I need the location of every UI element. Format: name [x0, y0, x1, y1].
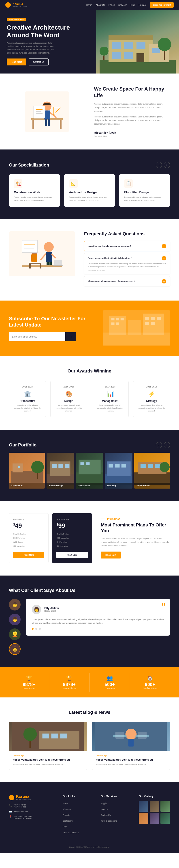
svg-rect-83: [148, 464, 153, 468]
newsletter-section: Subscribe To Our Newsletter For Latest U…: [0, 301, 179, 356]
portfolio-item-1[interactable]: Architecture: [9, 453, 45, 489]
spec-header: Our Speciallization ‹ ›: [9, 162, 170, 168]
spec-prev-button[interactable]: ‹: [156, 162, 162, 168]
portfolio-grid: Architecture Interior Design Constructio…: [9, 453, 170, 489]
portfolio-item-3[interactable]: Construction: [76, 453, 103, 489]
nav-contact[interactable]: Contact: [139, 4, 146, 6]
spec-cards: 🏗️ Construction Work Posuere cubilia cur…: [9, 174, 170, 207]
footer-service-terms[interactable]: Term & Conditions: [101, 820, 117, 822]
nav-cta-button[interactable]: Order Appointment: [150, 2, 174, 8]
footer-phone: 📞 (855) 547-2417(012) 562 - 789: [9, 804, 56, 808]
svg-rect-56: [145, 317, 149, 320]
blog-card-1[interactable]: • 1 month ago Fusce volutpat arcu velit …: [9, 722, 87, 770]
award-desc-3: Lorem ipsum dolor sit amet consectetur a…: [95, 404, 126, 412]
pricing-card-standard: Standart Plan $99 Graphic Design SEO Mar…: [52, 513, 92, 563]
svg-rect-90: [42, 734, 49, 739]
blog-card-desc-2: Fusce volutpat arcu velit id ultrices tu…: [96, 763, 166, 766]
awards-title: Our Awards Winning: [9, 368, 170, 374]
newsletter-form: →: [9, 332, 76, 341]
nav-pages[interactable]: Pages: [109, 4, 115, 6]
footer-link-projects[interactable]: Projects: [63, 814, 70, 816]
portfolio-nav-arrows: ‹ ›: [156, 442, 170, 448]
pricing-more-button[interactable]: Book Now: [101, 552, 121, 558]
gallery-item-3[interactable]: [160, 801, 170, 812]
svg-rect-6: [112, 52, 121, 59]
newsletter-building-illustration: [103, 310, 170, 346]
gallery-item-1[interactable]: [139, 801, 148, 812]
footer-link-contact[interactable]: Contact Us: [63, 820, 73, 822]
footer-service-contact[interactable]: Contact Us: [101, 814, 111, 816]
nav-home[interactable]: Home: [86, 4, 92, 6]
svg-line-32: [41, 254, 46, 259]
gallery-item-2[interactable]: [150, 801, 159, 812]
stat-icon-3: 👥: [92, 675, 128, 681]
footer-service-supply[interactable]: Supply: [101, 802, 107, 805]
portfolio-item-4[interactable]: Planning: [105, 453, 133, 489]
award-icon-1: 🏛️: [12, 391, 43, 398]
faq-item-3[interactable]: Aliquam erat mi, egestas duis pharetra n…: [84, 276, 170, 286]
gallery-item-4[interactable]: [139, 813, 148, 824]
logo-icon: [5, 2, 11, 8]
footer-gallery-title: Our Gallery: [139, 795, 170, 798]
avatar-1[interactable]: 👨: [9, 599, 21, 611]
award-year-3: 2017-2018: [95, 385, 126, 388]
dot-2[interactable]: [35, 628, 37, 630]
avatar-2[interactable]: 👧: [9, 614, 21, 625]
footer-service-repairs[interactable]: Repairs: [101, 808, 108, 810]
svg-rect-55: [116, 322, 119, 325]
svg-rect-5: [137, 42, 145, 49]
footer-link-home[interactable]: Home: [63, 802, 68, 805]
footer-links-title: Our Links: [63, 795, 94, 798]
newsletter-title: Subscribe To Our Newsletter For Latest U…: [9, 315, 96, 328]
spec-card-title-2: Architecture Design: [69, 190, 110, 194]
blog-card-body-1: • 1 month ago Fusce volutpat arcu velit …: [9, 751, 87, 770]
portfolio-prev-button[interactable]: ‹: [156, 442, 162, 448]
dot-3[interactable]: [39, 628, 41, 630]
footer-link-faq[interactable]: FAQ: [63, 826, 67, 828]
portfolio-item-5[interactable]: Modern Home: [134, 453, 170, 489]
award-card-1: 2015-2016 🏛️ Architecture Lorem ipsum do…: [9, 381, 46, 417]
spec-icon-2: 📐: [69, 179, 78, 188]
logo: Kasuua Architect & Design: [5, 2, 27, 8]
dot-1[interactable]: [32, 628, 34, 630]
svg-rect-98: [115, 732, 124, 739]
spec-nav-arrows: ‹ ›: [156, 162, 170, 168]
footer-bottom: Copyright © 2023 Kasuua. All rights rese…: [9, 841, 170, 849]
newsletter-submit-button[interactable]: →: [65, 332, 76, 341]
hero-primary-button[interactable]: Read More: [7, 59, 26, 65]
pricing-title: Most Prominent Plans To Offer You: [101, 522, 170, 534]
gallery-item-5[interactable]: [150, 813, 159, 824]
pricing-basic-button[interactable]: Read More: [13, 552, 44, 558]
faq-item-2[interactable]: Donec semper nibh sit at facilisis biben…: [84, 253, 170, 274]
pricing-basic-feature-2: SEO Marketing: [13, 536, 44, 540]
svg-marker-26: [54, 107, 61, 115]
portfolio-item-2[interactable]: Interior Design: [46, 453, 74, 489]
avatar-3[interactable]: 👱: [9, 628, 21, 640]
avatar-4[interactable]: 👩: [9, 643, 21, 655]
footer-link-terms[interactable]: Term & Conditions: [63, 832, 79, 834]
svg-rect-8: [137, 53, 144, 62]
spec-next-button[interactable]: ›: [164, 162, 170, 168]
footer-link-about[interactable]: About Us: [63, 808, 71, 810]
faq-item-1[interactable]: In erat leo sed leo ullamcorper congue n…: [84, 241, 170, 251]
stat-icon-1: 🏆: [11, 675, 47, 681]
nav-about[interactable]: About Us: [96, 4, 105, 6]
faq-toggle-1: +: [162, 244, 166, 248]
spec-card-1: 🏗️ Construction Work Posuere cubilia cur…: [9, 174, 60, 207]
svg-point-85: [160, 462, 170, 472]
hero-secondary-button[interactable]: Contact Us: [29, 59, 48, 65]
pricing-standard-button[interactable]: Start Now: [57, 552, 87, 558]
gallery-item-6[interactable]: [160, 813, 170, 824]
award-year-2: 2016-2017: [53, 385, 84, 388]
nav-services[interactable]: Services: [118, 4, 127, 6]
reviewer-role: Happy Client: [44, 610, 59, 612]
award-year-4: 2018-2019: [136, 385, 167, 388]
nav-blog[interactable]: Blog: [131, 4, 135, 6]
testimonials-avatars: 👨 👧 👱 👩: [9, 599, 21, 655]
spec-title: Our Speciallization: [9, 162, 49, 168]
svg-rect-27: [45, 120, 47, 126]
newsletter-input[interactable]: [9, 332, 65, 341]
blog-card-2[interactable]: • 1 month ago Fusce volutpat arcu velit …: [92, 722, 170, 770]
hero-buttons: Read More Contact Us: [7, 59, 90, 65]
portfolio-next-button[interactable]: ›: [164, 442, 170, 448]
